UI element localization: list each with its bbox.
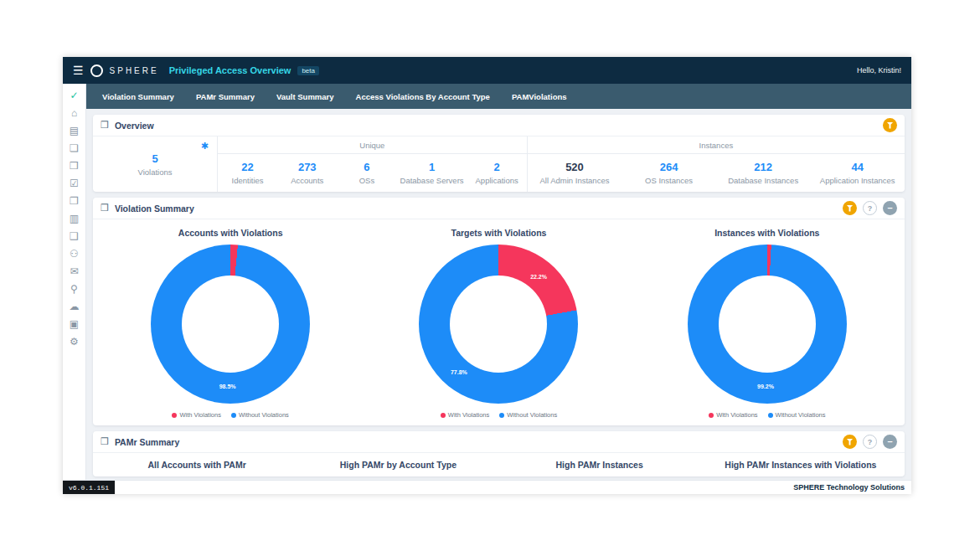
unique-group-label: Unique [218,136,527,154]
panel-icon: ❒ [101,436,109,447]
overview-body: ✱ 5 Violations Unique 22 [93,136,905,192]
accounts-donut-chart: 98.5% [151,245,310,404]
targets-chart-title: Targets with Violations [451,228,547,238]
accounts-chart-title: Accounts with Violations [178,228,283,238]
violation-filter-button[interactable] [843,201,857,215]
user-greeting[interactable]: Hello, Kristin! [857,66,901,75]
database-servers-value: 1 [400,161,464,173]
card-icon[interactable]: ▤ [70,126,79,136]
pamr-summary-title: PAMr Summary [115,437,179,447]
tab-access-violations-by-account-type[interactable]: Access Violations By Account Type [345,92,501,101]
tab-violation-summary[interactable]: Violation Summary [91,92,185,101]
tab-pamr-summary[interactable]: PAMr Summary [185,92,266,101]
instances-stats-row: 520 All Admin Instances 264 OS Instances… [528,154,905,192]
pamr-help-button[interactable]: ? [863,435,877,449]
main-column: Violation Summary PAMr Summary Vault Sum… [86,84,911,480]
legend-label: With Violations [716,411,757,419]
accounts-label: Accounts [281,176,333,185]
document-icon[interactable]: ❏ [70,143,79,153]
blue-dot-icon [768,413,773,418]
donut-percent-label: 77.8% [451,368,467,374]
donut-percent-label: 22.2% [530,274,547,280]
overview-card: ❒ Overview ✱ 5 Violations [93,115,905,192]
mail-icon[interactable]: ✉ [70,266,78,276]
legend-without-violations: Without Violations [231,411,289,419]
instances-chart-column: Instances with Violations 99.2% With Vio… [633,228,901,419]
home-icon[interactable]: ⌂ [71,108,77,118]
legend-label: Without Violations [776,411,826,419]
all-admin-instances-value: 520 [531,161,619,173]
note-icon[interactable]: ▥ [70,214,79,224]
instances-donut-chart: 99.2% [688,245,847,404]
oss-value: 6 [340,161,393,173]
folder-icon[interactable]: ❒ [70,161,79,171]
applications-value: 2 [471,161,524,173]
oss-label: OSs [340,176,393,185]
applications-stat: 2 Applications [467,159,527,187]
legend-label: With Violations [179,411,220,419]
red-dot-icon [441,413,446,418]
gear-icon[interactable]: ⚙ [70,337,79,347]
filter-icon [847,439,854,445]
tab-vault-summary[interactable]: Vault Summary [266,92,345,101]
content-area: ❒ Overview ✱ 5 Violations [86,109,911,480]
violations-value: 5 [137,152,172,165]
donut-hole [450,276,547,373]
pamr-collapse-button[interactable]: – [883,435,897,449]
overview-filter-button[interactable] [883,118,897,132]
panel-icon: ❒ [101,120,109,131]
sphere-logo-icon [90,64,103,77]
tab-bar: Violation Summary PAMr Summary Vault Sum… [86,84,911,109]
red-dot-icon [709,413,714,418]
blue-dot-icon [231,413,236,418]
filter-icon [847,205,854,212]
company-name: SPHERE Technology Solutions [793,483,905,492]
instances-chart-legend: With Violations Without Violations [709,411,825,419]
pamr-col-instances-violations: High PAMr Instances with Violations [700,460,901,470]
accounts-stat: 273 Accounts [277,159,337,187]
version-badge: v6.0.1.151 [63,481,115,494]
database-instances-stat: 212 Database Instances [716,159,811,187]
violation-summary-card: ❒ Violation Summary ? – Accounts with Vi… [93,198,905,425]
sidebar: ✓ ⌂ ▤ ❏ ❒ ☑ ❐ ▥ ❑ ⚇ ✉ ⚲ ☁ ▣ ⚙ [63,84,86,480]
donut-hole [182,276,279,373]
menu-icon[interactable]: ☰ [73,64,84,76]
person-icon[interactable]: ⚲ [70,284,78,294]
users-icon[interactable]: ⚇ [70,249,79,259]
violations-stat-column: ✱ 5 Violations [93,136,217,192]
panel-icon: ❒ [101,203,109,214]
tab-pamviolations[interactable]: PAMViolations [501,92,578,101]
legend-label: With Violations [448,411,489,419]
charts-row: Accounts with Violations 98.5% With Viol… [93,219,905,425]
pamr-summary-card: ❒ PAMr Summary ? – All Accounts with PAM… [93,431,905,476]
targets-chart-column: Targets with Violations 22.2%77.8% With … [364,228,632,419]
app-window: ☰ SPHERE Privileged Access Overview beta… [63,57,911,494]
red-dot-icon [172,413,177,418]
violations-label: Violations [137,167,172,177]
instances-group-label: Instances [528,136,905,154]
document-star-icon[interactable]: ❑ [70,231,79,241]
legend-with-violations: With Violations [709,411,757,419]
brand-name: SPHERE [110,66,159,75]
database-servers-label: Database Servers [400,176,464,185]
screenshot-canvas: ☰ SPHERE Privileged Access Overview beta… [0,0,980,551]
cloud-icon[interactable]: ☁ [70,301,80,312]
violation-help-button[interactable]: ? [863,201,877,215]
identities-value: 22 [221,161,274,173]
document-copy-icon[interactable]: ❐ [70,196,79,206]
unique-stats-row: 22 Identities 273 Accounts 6 [218,154,527,192]
configure-icon[interactable]: ✱ [201,141,209,152]
check-icon[interactable]: ✓ [70,90,78,100]
database-instances-value: 212 [720,161,807,173]
overview-title: Overview [115,121,154,131]
document-check-icon[interactable]: ☑ [70,178,79,188]
pamr-col-instances: High PAMr Instances [499,460,700,470]
targets-donut-chart: 22.2%77.8% [419,245,578,404]
pamr-filter-button[interactable] [843,435,857,449]
violations-stat: 5 Violations [134,151,175,178]
applications-label: Applications [471,176,524,185]
package-icon[interactable]: ▣ [70,319,79,329]
violation-collapse-button[interactable]: – [883,201,897,215]
identities-label: Identities [221,176,274,185]
donut-hole [719,276,816,373]
